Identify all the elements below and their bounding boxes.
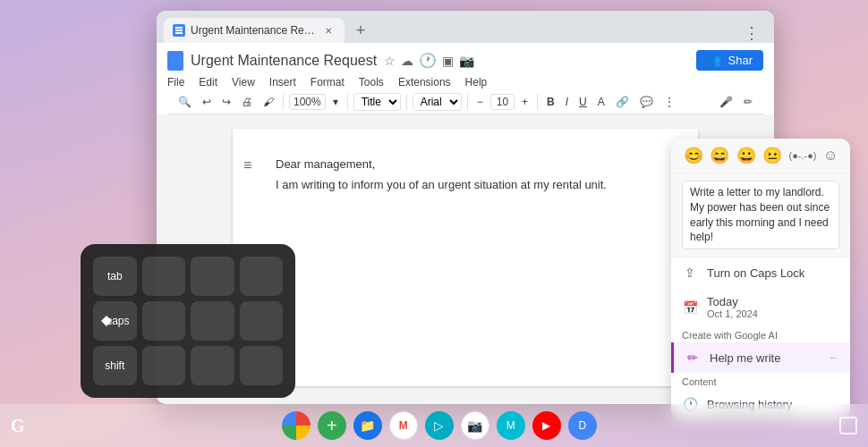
zoom-value[interactable]: 100% <box>289 94 326 110</box>
tab-title: Urgent Maintenance Request <box>191 24 316 37</box>
key-shift[interactable]: shift <box>93 346 137 385</box>
zoom-dropdown-icon[interactable]: ▾ <box>329 94 342 110</box>
voice-icon[interactable]: 🎤 <box>716 94 736 110</box>
star-icon[interactable]: ☆ <box>384 54 396 68</box>
today-date: Oct 1, 2024 <box>707 308 839 319</box>
toolbar-separator-1 <box>283 94 284 110</box>
docs-title-right: 👥 Shar <box>696 50 763 71</box>
docs-taskbar-icon[interactable]: D <box>568 411 597 440</box>
tab-close-icon[interactable]: ✕ <box>321 23 336 38</box>
key-tab[interactable]: tab <box>93 257 137 296</box>
search-input-box[interactable]: Write a letter to my landlord. My power … <box>682 181 839 249</box>
write-icon: ✏ <box>685 350 701 366</box>
emoji-smile-3[interactable]: 😀 <box>736 146 756 165</box>
help-me-write-arrow: ← <box>829 351 839 364</box>
key-empty-8[interactable] <box>191 346 234 385</box>
help-me-write-item[interactable]: ✏ Help me write ← <box>671 342 850 373</box>
doc-title[interactable]: Urgent Maintenance Request <box>191 53 377 69</box>
emoji-smile-1[interactable]: 😊 <box>684 146 703 165</box>
play-store-icon[interactable]: ▷ <box>425 411 454 440</box>
docs-header: Urgent Maintenance Request ☆ ☁ 🕐 ▣ 📷 👥 S… <box>157 43 774 114</box>
plus-icon[interactable]: + <box>318 411 346 440</box>
key-empty-6[interactable] <box>240 301 284 341</box>
tab-bar: Urgent Maintenance Request ✕ + ⋮ <box>157 11 774 43</box>
meet-icon[interactable]: M <box>497 411 525 440</box>
redo-icon[interactable]: ↪ <box>218 94 234 110</box>
list-icon: ≡ <box>243 157 251 173</box>
key-empty-4[interactable] <box>142 301 186 341</box>
docs-title-bar: Urgent Maintenance Request ☆ ☁ 🕐 ▣ 📷 👥 S… <box>167 46 763 74</box>
emoji-smile-2[interactable]: 😄 <box>710 146 729 165</box>
screen-icon[interactable]: ▣ <box>442 54 454 68</box>
emoji-face-icon[interactable]: ☺ <box>823 148 838 164</box>
font-size-increase[interactable]: + <box>518 94 532 110</box>
underline-button[interactable]: U <box>575 94 591 110</box>
key-empty-5[interactable] <box>191 301 234 341</box>
share-icon: 👥 <box>707 54 721 67</box>
today-content: Today Oct 1, 2024 <box>707 295 839 319</box>
create-section: Create with Google AI <box>671 326 850 342</box>
font-select[interactable]: Arial <box>413 93 462 111</box>
menu-insert[interactable]: Insert <box>269 76 296 89</box>
undo-icon[interactable]: ↩ <box>199 94 215 110</box>
menu-edit[interactable]: Edit <box>199 76 217 89</box>
docs-menu-bar: File Edit View Insert Format Tools Exten… <box>167 74 763 90</box>
emoji-ascii[interactable]: (●-.-●) <box>788 150 816 161</box>
comment-icon[interactable]: 💬 <box>636 94 657 110</box>
history-icon[interactable]: 🕐 <box>419 52 437 69</box>
menu-format[interactable]: Format <box>311 76 345 89</box>
toolbar-separator-3 <box>406 94 407 110</box>
doc-paragraph-2: I am writing to inform you of an urgent … <box>276 178 655 191</box>
key-empty-9[interactable] <box>240 346 284 385</box>
style-select[interactable]: Title <box>353 93 401 111</box>
menu-extensions[interactable]: Extensions <box>398 76 451 89</box>
taskbar-corner-icon[interactable] <box>839 417 857 434</box>
edit-pen-icon[interactable]: ✏ <box>740 94 756 110</box>
key-empty-1[interactable] <box>142 257 186 296</box>
tab-menu-button[interactable]: ⋮ <box>736 23 767 43</box>
italic-button[interactable]: I <box>562 94 572 110</box>
toolbar-separator-2 <box>347 94 348 110</box>
camera-icon[interactable]: 📷 <box>459 54 474 68</box>
more-toolbar-icon[interactable]: ⋮ <box>660 94 678 110</box>
today-item[interactable]: 📅 Today Oct 1, 2024 <box>671 288 850 326</box>
bold-button[interactable]: B <box>543 94 558 110</box>
toolbar: 🔍 ↩ ↪ 🖨 🖌 100% ▾ Title Arial − 10 + B I … <box>167 90 763 114</box>
key-empty-3[interactable] <box>240 257 284 296</box>
emoji-neutral[interactable]: 😐 <box>762 146 782 165</box>
search-box: Write a letter to my landlord. My power … <box>671 173 850 257</box>
menu-help[interactable]: Help <box>465 76 488 89</box>
caps-lock-item[interactable]: ⇪ Turn on Caps Lock <box>671 257 850 288</box>
key-caps[interactable]: caps <box>93 301 137 341</box>
menu-file[interactable]: File <box>167 76 184 89</box>
share-button[interactable]: 👥 Shar <box>696 50 763 71</box>
emoji-row: 😊 😄 😀 😐 (●-.-●) ☺ <box>671 139 850 173</box>
youtube-icon[interactable]: ▶ <box>532 411 561 440</box>
key-empty-2[interactable] <box>191 257 234 296</box>
zoom-icon[interactable]: 🔍 <box>174 94 195 110</box>
today-label: Today <box>707 295 839 308</box>
link-icon[interactable]: 🔗 <box>612 94 633 110</box>
gmail-icon[interactable]: M <box>389 411 418 440</box>
font-size-decrease[interactable]: − <box>473 94 487 110</box>
font-size-value[interactable]: 10 <box>490 94 515 110</box>
format-paint-icon[interactable]: 🖌 <box>260 94 277 110</box>
files-icon[interactable]: 📁 <box>353 411 382 440</box>
help-me-write-label: Help me write <box>710 351 820 365</box>
menu-view[interactable]: View <box>232 76 255 89</box>
print-icon[interactable]: 🖨 <box>238 94 256 110</box>
chrome-icon[interactable] <box>282 411 311 440</box>
taskbar-right <box>839 417 857 434</box>
active-tab[interactable]: Urgent Maintenance Request ✕ <box>164 18 345 43</box>
search-text: Write a letter to my landlord. My power … <box>690 186 830 243</box>
new-tab-button[interactable]: + <box>348 18 373 43</box>
photos-icon[interactable]: 📷 <box>461 411 489 440</box>
text-color-icon[interactable]: A <box>594 94 608 110</box>
taskbar: G + 📁 M ▷ 📷 M ▶ D <box>0 404 868 447</box>
content-section: Content <box>671 373 850 389</box>
key-empty-7[interactable] <box>142 346 186 385</box>
cloud-icon: ☁ <box>401 54 413 68</box>
doc-paragraph-1: Dear management, <box>276 157 655 171</box>
toolbar-separator-4 <box>467 94 468 110</box>
menu-tools[interactable]: Tools <box>359 76 384 89</box>
